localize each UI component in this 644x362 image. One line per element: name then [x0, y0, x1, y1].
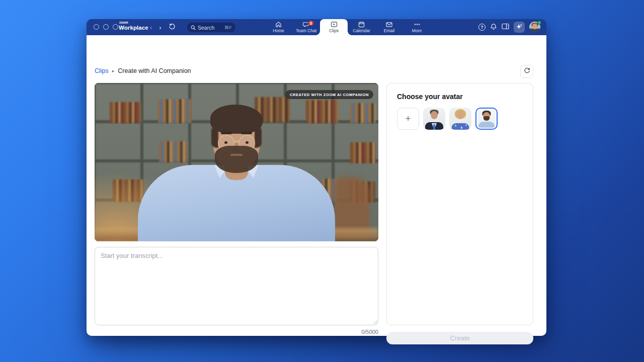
- desktop-background: zoom Workplace ‹ ›: [0, 0, 644, 362]
- nav-team-chat-label: Team Chat: [296, 28, 316, 33]
- nav-calendar-label: Calendar: [353, 28, 370, 33]
- ai-companion-button[interactable]: [514, 22, 525, 33]
- team-chat-unread-badge: 5: [308, 20, 314, 26]
- user-profile-avatar[interactable]: [529, 22, 540, 33]
- help-button[interactable]: ?: [478, 24, 486, 31]
- ai-companion-sparkle-icon: [516, 23, 523, 32]
- nav-clips[interactable]: Clips: [320, 19, 348, 35]
- avatar-thumbnail: [449, 108, 471, 130]
- main-navigation: Home 5 Team Chat: [265, 19, 431, 35]
- search-input[interactable]: Search ⌘F: [187, 23, 235, 32]
- avatar-thumbnail: [423, 108, 445, 130]
- zoom-workplace-window: zoom Workplace ‹ ›: [87, 19, 546, 336]
- zoom-workplace-logo: zoom Workplace: [119, 21, 148, 31]
- page-title: Create with AI Companion: [118, 67, 191, 74]
- calendar-icon: [358, 21, 365, 28]
- notifications-button[interactable]: [490, 23, 497, 32]
- search-placeholder: Search: [198, 25, 222, 31]
- avatar-video-preview: CREATED WITH ZOOM AI COMPANION: [95, 83, 378, 241]
- more-ellipsis-icon: [414, 21, 421, 28]
- add-avatar-button[interactable]: +: [397, 108, 419, 130]
- bell-icon: [490, 23, 497, 32]
- sidebar-panel-icon: [502, 23, 509, 31]
- minimize-window-button[interactable]: [103, 24, 109, 30]
- ai-companion-watermark-badge: CREATED WITH ZOOM AI COMPANION: [285, 90, 373, 99]
- avatar-panel-title: Choose your avatar: [397, 93, 463, 101]
- content-area: Clips ▸ Create with AI Companion: [87, 35, 546, 336]
- character-counter: 0/5000: [95, 329, 378, 335]
- email-icon: [386, 22, 392, 28]
- avatar-option-bearded-man-selected[interactable]: [475, 108, 498, 130]
- forward-button[interactable]: ›: [159, 24, 161, 31]
- nav-more-label: More: [412, 28, 422, 33]
- nav-home-label: Home: [273, 28, 284, 33]
- titlebar-right-controls: ?: [478, 19, 540, 35]
- nav-home[interactable]: Home: [265, 19, 292, 35]
- contacts-panel-button[interactable]: [502, 23, 509, 31]
- search-shortcut-hint: ⌘F: [224, 25, 232, 30]
- nav-email[interactable]: Email: [375, 19, 403, 35]
- window-controls: [94, 24, 118, 30]
- tab-flare-left: [316, 31, 320, 35]
- refresh-button[interactable]: [520, 65, 533, 78]
- history-icon: [169, 23, 176, 32]
- search-icon: [191, 23, 196, 32]
- transcript-input[interactable]: [95, 247, 378, 325]
- breadcrumb: Clips ▸ Create with AI Companion: [95, 67, 191, 74]
- ai-avatar-person: [131, 107, 342, 241]
- home-icon: [275, 21, 282, 28]
- breadcrumb-separator-icon: ▸: [112, 68, 115, 73]
- avatar-chooser-panel: Choose your avatar +: [386, 83, 533, 325]
- titlebar: zoom Workplace ‹ ›: [87, 19, 546, 35]
- refresh-icon: [524, 67, 530, 75]
- avatar-option-woman[interactable]: [449, 108, 471, 130]
- help-icon: ?: [478, 24, 486, 31]
- avatar-tiles: +: [397, 108, 498, 130]
- create-button[interactable]: Create: [386, 332, 533, 344]
- nav-email-label: Email: [384, 28, 394, 33]
- avatar-thumbnail: [477, 110, 496, 128]
- zoom-window-button[interactable]: [113, 24, 118, 30]
- clips-icon: [331, 21, 338, 28]
- person-face: [213, 110, 260, 169]
- avatar-option-suit-man[interactable]: [423, 108, 445, 130]
- nav-calendar[interactable]: Calendar: [348, 19, 375, 35]
- nav-clips-label: Clips: [329, 28, 339, 33]
- logo-workplace-text: Workplace: [119, 25, 148, 31]
- nav-more[interactable]: More: [403, 19, 431, 35]
- history-button[interactable]: [169, 23, 176, 32]
- close-window-button[interactable]: [94, 24, 99, 30]
- back-button[interactable]: ‹: [150, 24, 152, 31]
- breadcrumb-clips-link[interactable]: Clips: [95, 67, 109, 74]
- history-navigation: ‹ ›: [150, 19, 176, 35]
- logo-zoom-text: zoom: [119, 21, 148, 25]
- online-status-dot: [537, 21, 541, 25]
